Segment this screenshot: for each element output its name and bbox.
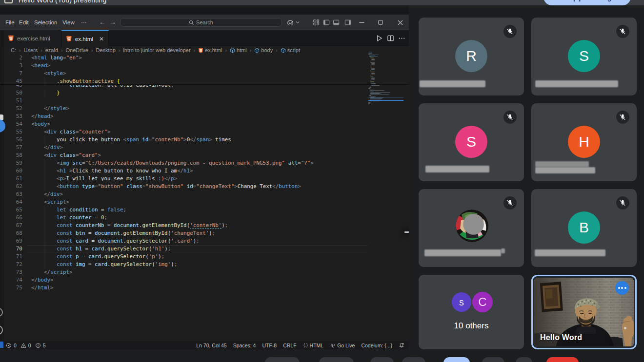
breadcrumb-item[interactable]: intro to junior web developer [123,47,190,53]
blurred-name-label [424,249,501,256]
forward-arrow-icon[interactable]: → [109,15,116,30]
cursor-position[interactable]: Ln 70, Col 45 [196,343,226,348]
split-editor-icon[interactable] [387,35,394,42]
stop-presenting-button[interactable]: Stop presenting [543,0,631,5]
mic-off-icon [506,114,514,121]
copilot-icon[interactable] [287,19,294,26]
code-line: 75</html> [0,284,368,292]
breadcrumb[interactable]: C:›Users›ezald›OneDrive›Desktop›intro to… [0,46,409,54]
toggle-panel-icon[interactable] [333,19,340,26]
warnings-count[interactable]: 0 [28,343,31,348]
encoding[interactable]: UTF-8 [262,343,277,348]
eol-sequence[interactable]: CRLF [283,343,296,348]
errors-count[interactable]: 0 [14,343,17,348]
vscode-titlebar: File Edit Selection View ··· ← → Search [0,15,409,30]
breadcrumb-item[interactable]: body [254,47,273,53]
breadcrumb-item[interactable]: ezald [45,47,58,53]
tile-options-button[interactable] [615,281,629,295]
minimap-current-line [368,100,403,101]
participant-tile[interactable]: sC10 others [419,275,524,349]
participant-tile[interactable]: R [419,18,524,95]
participant-tile[interactable]: S [419,103,524,181]
avatar-photo [456,210,488,242]
breadcrumb-item[interactable]: html [230,47,247,53]
toolbar-camera-button[interactable] [319,357,354,362]
minimize-button[interactable] [358,15,365,30]
tab-ex-html[interactable]: ex.html ✕ [61,30,109,46]
go-live-button[interactable]: Go Live [330,343,355,348]
code-line: 73 </script> [0,268,368,276]
breadcrumb-item[interactable]: ex.html [198,47,222,53]
breadcrumb-item[interactable]: Users [24,47,38,53]
breadcrumb-separator: › [19,47,21,53]
toolbar-captions-button[interactable] [370,357,394,362]
notifications-bell-icon[interactable] [399,343,404,348]
letterbox [0,5,409,15]
minimap[interactable] [368,53,402,121]
breadcrumb-item[interactable]: script [281,47,300,53]
presenting-banner: Hello Word (You) presenting Stop present… [0,0,644,5]
participant-tile[interactable] [419,189,524,267]
language-mode[interactable]: HTML [303,343,324,348]
search-input[interactable]: Search [120,18,282,27]
breadcrumb-item[interactable]: OneDrive [66,47,88,53]
participant-tile[interactable]: S [531,18,637,95]
warnings-icon [20,343,26,348]
search-icon [189,20,194,25]
codeium-status[interactable]: Codeium: {...} [361,343,392,348]
menu-more[interactable]: ··· [81,15,87,30]
scrollbar[interactable] [404,231,409,233]
breadcrumb-item[interactable]: Desktop [96,47,116,53]
close-button[interactable] [396,15,404,30]
vscode-window: File Edit Selection View ··· ← → Search [0,15,409,349]
toolbar-leave-call-button[interactable] [546,357,579,362]
code-line: 2<html lang="en"> [0,54,368,62]
menu-file[interactable]: File [5,15,15,30]
toggle-sidebar-icon[interactable] [323,19,330,26]
menu-view[interactable]: View [62,15,75,30]
customize-layout-icon[interactable] [313,19,320,26]
self-view-tile[interactable]: Hello Word [531,275,637,349]
code-line: 67 const counterNb = document.getElement… [0,222,368,229]
frame-tear-artifact [0,84,409,85]
breadcrumb-separator: › [119,47,121,53]
blurred-name-label [425,166,489,172]
code-line: 59 <img src="C:/Users/ezald/Downloads/pn… [0,159,368,167]
run-button[interactable] [376,35,383,42]
maximize-button[interactable] [377,15,384,30]
code-line: 63 </div> [0,191,368,198]
glitched-code-line: 49 transition: all 0.2s ease-in-out; [0,85,368,89]
remote-indicator[interactable] [0,342,3,348]
code-editor[interactable]: 2<html lang="en">3<head>7 <style>45 .sho… [0,54,368,341]
code-line: 68 const btn = document.getElementById('… [0,229,368,237]
toolbar-present-button[interactable] [443,357,470,362]
toolbar-hand-button[interactable] [516,357,532,362]
tab-close-icon[interactable]: ✕ [99,36,104,42]
back-arrow-icon[interactable]: ← [99,15,106,30]
blurred-name-label [501,248,505,253]
participant-tile[interactable]: H [531,103,637,181]
mic-off-icon [619,114,626,121]
participant-tile[interactable]: B [531,189,637,267]
menu-edit[interactable]: Edit [19,15,29,30]
more-actions-icon[interactable] [398,35,405,42]
indentation[interactable]: Spaces: 4 [233,343,256,348]
breadcrumb-item[interactable]: C: [11,47,16,53]
code-line: 61 <p>I will let you see my skills :)</p… [0,175,368,183]
tab-exercise-html[interactable]: exercise.html [3,30,61,46]
chevron-down-icon[interactable] [296,20,300,24]
toggle-secondary-sidebar-icon[interactable] [344,19,351,26]
code-line: 64 <script> [0,198,368,206]
toolbar-more-button[interactable] [482,357,504,362]
mini-avatar: s [452,292,471,312]
code-line: 60 <h1 >Click the button to know who I a… [0,167,368,175]
toolbar-mic-button[interactable] [265,357,300,362]
avatar: S [568,40,600,72]
braces-icon [303,343,308,348]
menu-selection[interactable]: Selection [34,15,57,30]
code-line: 57 </div> [0,144,368,152]
toolbar-reactions-button[interactable] [402,357,425,362]
code-line: 72 const img = card.querySelector('img')… [0,261,368,268]
info-count[interactable]: 5 [43,343,46,348]
code-line: 56 you click the button <span id="conter… [0,136,368,144]
